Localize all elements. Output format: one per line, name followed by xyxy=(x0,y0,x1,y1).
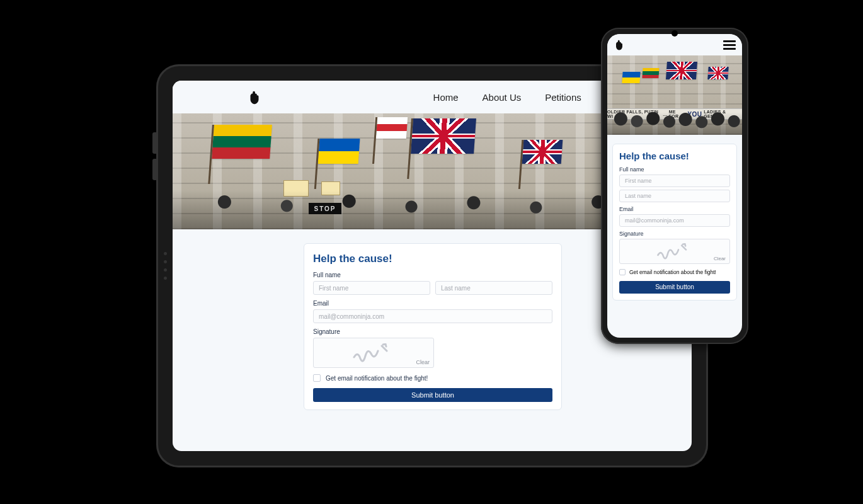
submit-button[interactable]: Submit button xyxy=(619,281,730,294)
signature-label: Signature xyxy=(313,328,552,335)
notify-checkbox[interactable] xyxy=(619,269,626,275)
hero-image-mobile: OLDIER FALLS, PUTIN WI … ME FOR YOU LADI… xyxy=(607,55,742,135)
signature-clear-button[interactable]: Clear xyxy=(416,359,430,365)
signature-clear-button[interactable]: Clear xyxy=(714,256,726,261)
flag-uk-icon xyxy=(707,67,728,79)
flag-lithuania-icon xyxy=(212,125,272,159)
phone-device: OLDIER FALLS, PUTIN WI … ME FOR YOU LADI… xyxy=(601,28,748,344)
notify-checkbox-label: Get email notification about the fight! xyxy=(326,375,428,382)
phone-camera-dot xyxy=(672,30,678,37)
tablet-side-button xyxy=(152,132,156,154)
form-title: Help the cause! xyxy=(313,253,552,265)
notify-checkbox-label: Get email notification about the fight! xyxy=(629,269,716,275)
full-name-label: Full name xyxy=(313,272,552,278)
notify-checkbox[interactable] xyxy=(313,374,321,382)
fist-logo-icon xyxy=(614,38,625,51)
nav-home[interactable]: Home xyxy=(433,92,459,103)
email-input[interactable]: mail@commoninja.com xyxy=(313,309,552,323)
fist-logo-icon xyxy=(247,89,262,105)
phone-screen: OLDIER FALLS, PUTIN WI … ME FOR YOU LADI… xyxy=(607,34,742,338)
tablet-side-button xyxy=(152,159,156,180)
email-label: Email xyxy=(619,206,730,212)
site-header-mobile xyxy=(607,34,742,55)
signature-pad[interactable]: Clear xyxy=(619,239,730,264)
flag-uk-icon xyxy=(666,62,697,79)
last-name-input[interactable]: Last name xyxy=(435,281,552,295)
flag-ukraine-icon xyxy=(622,72,640,83)
tablet-speaker-dots xyxy=(164,252,167,280)
nav-petitions[interactable]: Petitions xyxy=(545,92,581,103)
main-nav: Home About Us Petitions Co xyxy=(433,92,617,103)
form-title: Help the cause! xyxy=(619,151,730,161)
flag-uk-icon xyxy=(411,118,476,154)
flag-ukraine-icon xyxy=(318,139,360,164)
email-label: Email xyxy=(313,300,552,307)
petition-form-card: Help the cause! Full name First name Las… xyxy=(304,243,562,410)
hamburger-menu-icon[interactable] xyxy=(723,40,736,50)
last-name-input[interactable]: Last name xyxy=(619,190,730,202)
nav-about[interactable]: About Us xyxy=(483,92,522,103)
first-name-input[interactable]: First name xyxy=(313,281,430,295)
crowd-silhouette xyxy=(607,112,742,135)
email-input[interactable]: mail@commoninja.com xyxy=(619,214,730,227)
flag-uk-icon xyxy=(522,140,563,164)
signature-pad[interactable]: Clear xyxy=(313,338,434,368)
full-name-label: Full name xyxy=(619,166,730,173)
signature-label: Signature xyxy=(619,231,730,237)
submit-button[interactable]: Submit button xyxy=(313,388,552,402)
flag-lithuania-icon xyxy=(642,68,659,78)
petition-form-card-mobile: Help the cause! Full name First name Las… xyxy=(612,144,737,301)
flag-belarus-icon xyxy=(376,117,408,139)
first-name-input[interactable]: First name xyxy=(619,175,730,187)
